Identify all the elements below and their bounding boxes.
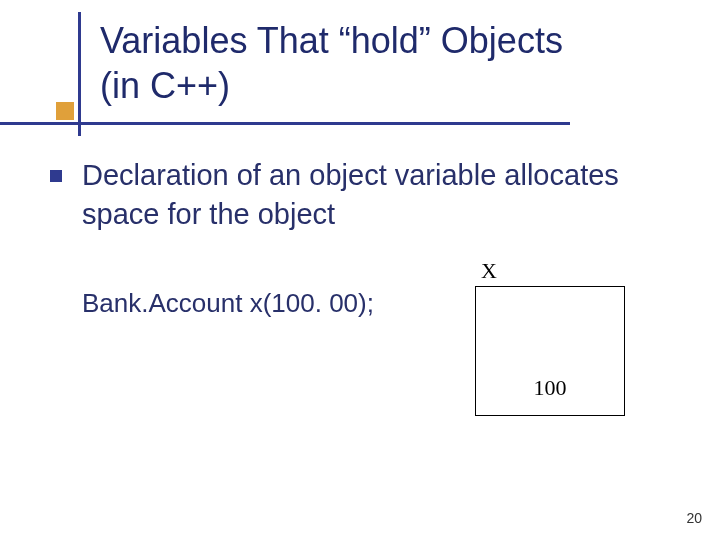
slide-title: Variables That “hold” Objects (in C++): [100, 18, 700, 108]
body-block: Declaration of an object variable alloca…: [50, 156, 690, 234]
bullet-item: Declaration of an object variable alloca…: [50, 156, 690, 234]
title-rule-horizontal: [0, 122, 570, 125]
slide: Variables That “hold” Objects (in C++) D…: [0, 0, 720, 540]
title-block: Variables That “hold” Objects (in C++): [100, 18, 700, 108]
diagram-value: 100: [534, 375, 567, 401]
title-line-1: Variables That “hold” Objects: [100, 20, 563, 61]
bullet-square-icon: [50, 170, 62, 182]
page-number: 20: [686, 510, 702, 526]
title-accent-square: [56, 102, 74, 120]
code-example: Bank.Account x(100. 00);: [82, 288, 374, 319]
title-rule-vertical: [78, 12, 81, 136]
bullet-text: Declaration of an object variable alloca…: [82, 156, 690, 234]
diagram-box: 100: [475, 286, 625, 416]
object-diagram: X 100: [475, 258, 635, 416]
diagram-variable-label: X: [475, 258, 635, 284]
title-line-2: (in C++): [100, 65, 230, 106]
